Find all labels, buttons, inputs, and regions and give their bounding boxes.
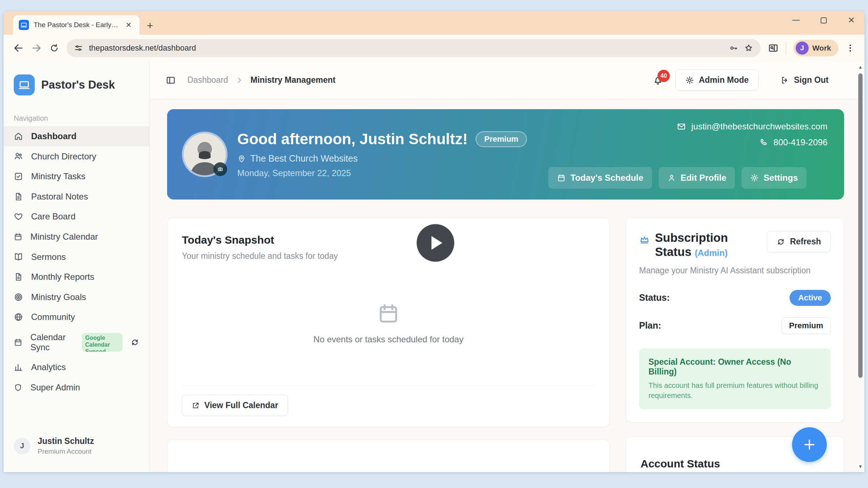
notifications-button[interactable]: 40 (652, 75, 663, 86)
file-text-icon (14, 272, 23, 282)
check-square-icon (14, 172, 23, 181)
bar-chart-icon (14, 363, 23, 372)
sidebar-toggle-icon[interactable] (166, 75, 176, 85)
globe-icon (14, 312, 23, 322)
external-link-icon (192, 402, 200, 410)
home-icon (14, 132, 23, 141)
password-key-icon[interactable] (729, 43, 738, 53)
window-minimize-button[interactable] (792, 20, 800, 21)
organization-name: The Best Church Websites (250, 153, 358, 164)
calendar-icon (14, 232, 22, 241)
address-bar[interactable]: thepastorsdesk.net/dashboard (67, 39, 761, 57)
sidebar-item-ministry-calendar[interactable]: Ministry Calendar (4, 227, 149, 247)
browser-profile-chip[interactable]: J Work (793, 40, 838, 56)
refresh-icon (776, 237, 785, 246)
note-body: This account has full premium features w… (648, 380, 821, 401)
sidebar-item-monthly-reports[interactable]: Monthly Reports (4, 267, 149, 287)
nav-section-label: Navigation (14, 114, 139, 123)
breadcrumb-dashboard[interactable]: Dashboard (187, 75, 228, 85)
empty-calendar-icon (377, 302, 400, 325)
user-name: Justin Schultz (38, 436, 94, 446)
tab-close-icon[interactable]: ✕ (123, 20, 134, 30)
admin-tag: (Admin) (695, 248, 728, 258)
snapshot-title: Today's Snapshot (182, 234, 595, 246)
status-label: Status: (639, 292, 670, 303)
note-title: Special Account: Owner Access (No Billin… (648, 357, 821, 377)
sidebar-user[interactable]: J Justin Schultz Premium Account (4, 428, 149, 472)
subscription-status-card: Subscription Status (Admin) Refresh Mana… (626, 218, 844, 423)
site-favicon-icon (19, 20, 29, 30)
settings-button[interactable]: Settings (741, 167, 807, 189)
browser-tab[interactable]: The Pastor's Desk - Early Access ✕ (13, 15, 140, 35)
tab-title: The Pastor's Desk - Early Access (34, 21, 119, 29)
scroll-up-icon[interactable]: ▲ (858, 61, 863, 73)
sidebar-item-church-directory[interactable]: Church Directory (4, 146, 149, 167)
camera-icon (217, 166, 224, 172)
calendar-sync-refresh-icon[interactable] (131, 338, 139, 347)
snapshot-subtitle: Your ministry schedule and tasks for tod… (182, 251, 595, 261)
email-link[interactable]: justin@thebestchurchwebsites.com (677, 121, 827, 132)
browser-menu-icon[interactable] (846, 43, 855, 53)
calendar-icon (14, 338, 22, 347)
calendar-icon (557, 174, 566, 182)
bookmark-star-icon[interactable] (744, 43, 753, 53)
change-photo-button[interactable] (213, 162, 227, 176)
welcome-banner: Good afternoon, Justin Schultz! Premium … (167, 109, 844, 200)
window-maximize-button[interactable] (821, 17, 827, 23)
sidebar-item-analytics[interactable]: Analytics (4, 357, 149, 377)
laptop-logo-icon (14, 74, 35, 95)
add-fab-button[interactable] (792, 427, 827, 462)
sidebar-item-community[interactable]: Community (4, 307, 149, 327)
file-text-icon (14, 192, 23, 201)
plus-icon (802, 437, 817, 452)
shield-icon (14, 383, 22, 392)
sidebar-item-care-board[interactable]: Care Board (4, 206, 149, 227)
gear-icon (750, 174, 759, 182)
window-close-button[interactable]: ✕ (848, 16, 855, 25)
sidebar-item-dashboard[interactable]: Dashboard (4, 126, 149, 146)
side-panel-search-icon[interactable] (768, 43, 779, 53)
sidebar-item-ministry-tasks[interactable]: Ministry Tasks (4, 166, 149, 187)
premium-badge: Premium (476, 131, 527, 147)
new-tab-button[interactable]: + (147, 20, 153, 31)
scrollbar-thumb[interactable] (858, 73, 863, 378)
phone-icon (759, 138, 769, 147)
scroll-down-icon[interactable]: ▼ (858, 461, 863, 472)
sidebar-item-sermons[interactable]: Sermons (4, 247, 149, 267)
user-avatar: J (14, 438, 30, 454)
search-tune-icon[interactable] (74, 43, 83, 53)
sidebar-item-super-admin[interactable]: Super Admin (4, 377, 149, 398)
current-date: Monday, September 22, 2025 (237, 168, 527, 178)
phone-link[interactable]: 800-419-2096 (759, 137, 827, 147)
gear-icon (685, 76, 694, 85)
subscription-title: Subscription Status (Admin) (655, 231, 753, 259)
sidebar-item-pastoral-notes[interactable]: Pastoral Notes (4, 187, 149, 207)
sidebar-item-calendar-sync[interactable]: Calendar SyncGoogle Calendar Synced (4, 327, 149, 357)
person-icon (667, 174, 676, 182)
back-icon[interactable] (13, 43, 24, 53)
forward-icon[interactable] (31, 43, 42, 53)
sidebar-item-ministry-goals[interactable]: Ministry Goals (4, 287, 149, 307)
book-open-icon (14, 252, 23, 261)
sign-out-button[interactable]: Sign Out (771, 69, 838, 91)
video-play-button[interactable] (417, 224, 454, 262)
browser-tab-strip: The Pastor's Desk - Early Access ✕ + ✕ (4, 11, 864, 35)
play-icon (431, 236, 442, 250)
breadcrumb-current: Ministry Management (251, 75, 336, 85)
browser-toolbar: thepastorsdesk.net/dashboard J Work (4, 35, 864, 61)
reload-icon[interactable] (49, 43, 59, 53)
sidebar: Pastor's Desk Navigation DashboardChurch… (4, 61, 150, 472)
target-icon (14, 292, 23, 302)
users-icon (14, 151, 23, 161)
heart-icon (14, 212, 23, 221)
refresh-button[interactable]: Refresh (767, 231, 831, 252)
admin-mode-button[interactable]: Admin Mode (676, 69, 758, 91)
view-full-calendar-button[interactable]: View Full Calendar (182, 395, 288, 416)
todays-schedule-button[interactable]: Today's Schedule (548, 167, 652, 189)
empty-state-message: No events or tasks scheduled for today (314, 334, 464, 344)
page-scrollbar[interactable]: ▲ ▼ (856, 61, 864, 472)
edit-profile-button[interactable]: Edit Profile (659, 167, 735, 189)
sidebar-nav: DashboardChurch DirectoryMinistry TasksP… (4, 126, 149, 397)
app-logo[interactable]: Pastor's Desk (4, 61, 149, 95)
greeting-title: Good afternoon, Justin Schultz! (237, 130, 468, 148)
